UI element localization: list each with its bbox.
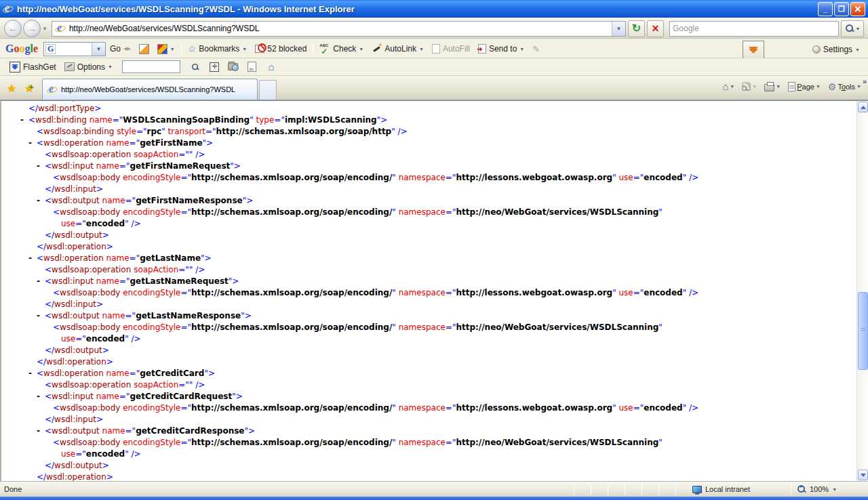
vertical-scrollbar[interactable] — [856, 101, 868, 481]
xml-viewer: </wsdl:operation></wsdl:portType>-<wsdl:… — [1, 101, 856, 481]
search-placeholder: Google — [673, 24, 699, 33]
minimize-button[interactable]: _ — [818, 2, 833, 16]
folder-globe-icon — [228, 63, 238, 70]
google-photos-button[interactable] — [135, 41, 153, 57]
refresh-button[interactable]: ↻ — [628, 20, 645, 37]
address-row: ← → ▼ e http://neo/WebGoat/services/WSDL… — [0, 18, 868, 39]
flashget-button[interactable]: FlashGet — [5, 59, 60, 75]
xml-line: <wsdlsoap:operation soapAction="" /> — [1, 149, 856, 161]
xml-line: <wsdlsoap:body encodingStyle="http://sch… — [1, 207, 856, 218]
flashget-drop-zone[interactable] — [743, 41, 764, 60]
xml-line: -<wsdl:input name="getFirstNameRequest"> — [1, 161, 856, 172]
spellcheck-button[interactable]: ABC✓ Check▼ — [315, 41, 368, 57]
feeds-button[interactable]: ▼ — [739, 81, 760, 92]
xml-line: <wsdlsoap:operation soapAction="" /> — [1, 264, 856, 276]
tab-active[interactable]: e http://neo/WebGoat/services/WSDLScanni… — [42, 79, 258, 100]
collapse-marker[interactable]: - — [37, 310, 40, 322]
bookmarks-star-icon: ☆ — [188, 43, 197, 54]
resize-grip[interactable] — [856, 484, 867, 495]
collapse-marker[interactable]: - — [37, 195, 40, 207]
scroll-up-button[interactable] — [858, 102, 868, 112]
address-url[interactable]: http://neo/WebGoat/services/WSDLScanning… — [69, 24, 612, 33]
restore-button[interactable]: ❐ — [834, 2, 849, 16]
home-icon: ⌂ — [268, 62, 274, 72]
favorites-button[interactable]: ★ — [7, 82, 16, 95]
xml-line: </wsdl:portType> — [1, 103, 856, 114]
toolbar-separator — [181, 42, 182, 56]
collapse-marker[interactable]: - — [37, 425, 40, 437]
page-favicon: e — [55, 23, 66, 34]
collapse-marker[interactable]: - — [20, 114, 24, 126]
home-button[interactable]: ⌂▼ — [719, 80, 737, 93]
address-dropdown-button[interactable]: ▼ — [612, 22, 625, 36]
flashget-capture-button[interactable] — [207, 60, 222, 74]
intranet-zone-icon — [692, 486, 702, 493]
autolink-wand-icon — [372, 44, 382, 54]
recent-pages-chevron[interactable]: ▼ — [42, 26, 47, 32]
flashget-search-button[interactable] — [188, 60, 203, 74]
autolink-button[interactable]: AutoLink▼ — [368, 41, 428, 57]
print-button[interactable]: ▼ — [762, 81, 783, 93]
go-grip-icon: ◀▶ — [123, 46, 131, 51]
xml-line: </wsdl:output> — [1, 460, 856, 472]
xml-line: <wsdlsoap:operation soapAction="" /> — [1, 379, 856, 391]
flashget-icon — [9, 62, 20, 72]
page-icon — [788, 82, 795, 91]
browser-window: e http://neo/WebGoat/services/WSDLScanni… — [0, 0, 868, 500]
flashget-search-input[interactable] — [122, 60, 180, 73]
google-go-button[interactable]: Go ◀▶ — [106, 41, 135, 57]
xml-line: -<wsdl:input name="getCreditCardRequest"… — [1, 391, 856, 402]
flashget-links-button[interactable] — [245, 60, 260, 74]
collapse-marker[interactable]: - — [37, 391, 40, 402]
collapse-marker[interactable]: - — [28, 368, 32, 379]
forward-button[interactable]: → — [23, 20, 41, 37]
xml-line: <wsdlsoap:body encodingStyle="http://sch… — [1, 437, 856, 449]
zoom-chevron[interactable]: ▼ — [832, 487, 837, 492]
flashget-home-button[interactable]: ⌂ — [264, 60, 279, 74]
xml-line: -<wsdl:operation name="getCreditCard"> — [1, 368, 856, 379]
popup-blocked-icon — [255, 45, 264, 53]
xml-line: use="encoded" /> — [1, 333, 856, 345]
tab-favicon: e — [47, 84, 58, 95]
collapse-marker[interactable]: - — [37, 161, 40, 172]
options-chevron[interactable]: ▼ — [108, 64, 113, 69]
settings-button[interactable]: Settings▼ — [808, 41, 864, 58]
zoom-control[interactable]: + 100% ▼ — [797, 484, 856, 494]
spellcheck-icon: ABC✓ — [319, 44, 330, 54]
tools-menu-button[interactable]: ⚙ Tools ▼ — [825, 81, 864, 93]
search-button[interactable]: ▼ — [841, 20, 864, 37]
toolbar-separator — [313, 42, 313, 56]
google-news-button[interactable]: ▼ — [153, 41, 179, 57]
news-chevron[interactable]: ▼ — [170, 47, 175, 51]
xml-line: -<wsdl:output name="getCreditCardRespons… — [1, 425, 856, 437]
collapse-marker[interactable]: - — [28, 138, 32, 149]
printer-icon — [764, 84, 774, 91]
bookmarks-button[interactable]: ☆ Bookmarks▼ — [184, 41, 252, 57]
highlighter-button[interactable]: ✎ — [528, 41, 544, 57]
page-menu-button[interactable]: Page ▼ — [785, 81, 823, 93]
add-favorite-button[interactable]: ★+ — [24, 82, 34, 95]
refresh-icon: ↻ — [632, 23, 641, 34]
settings-sphere-icon — [812, 45, 821, 54]
scrollbar-thumb[interactable] — [858, 292, 868, 370]
toolbar-overflow-chevron[interactable]: » — [863, 77, 867, 85]
xml-line: -<wsdl:output name="getLastNameResponse"… — [1, 310, 856, 322]
flashget-sitemanager-button[interactable] — [226, 60, 241, 74]
google-search-combo[interactable]: G ▼ — [43, 42, 106, 56]
popup-blocker-button[interactable]: 52 blocked — [251, 41, 311, 57]
scroll-down-button[interactable] — [858, 470, 868, 480]
collapse-marker[interactable]: - — [37, 276, 40, 287]
back-button[interactable]: ← — [4, 20, 22, 37]
flashget-options-button[interactable]: Options ▼ — [60, 59, 117, 75]
close-button[interactable]: ✕ — [850, 2, 865, 16]
google-search-dropdown[interactable]: ▼ — [92, 43, 105, 56]
stop-button[interactable]: × — [647, 20, 664, 37]
search-options-chevron[interactable]: ▼ — [856, 26, 861, 31]
sendto-button[interactable]: Send to▼ — [474, 41, 528, 57]
search-box[interactable]: Google — [669, 21, 839, 37]
address-bar[interactable]: e http://neo/WebGoat/services/WSDLScanni… — [52, 21, 626, 37]
arrow-down-icon — [861, 474, 866, 477]
collapse-marker[interactable]: - — [28, 253, 32, 264]
autofill-button[interactable]: AutoFill — [428, 41, 474, 57]
new-tab-button[interactable] — [259, 80, 277, 100]
